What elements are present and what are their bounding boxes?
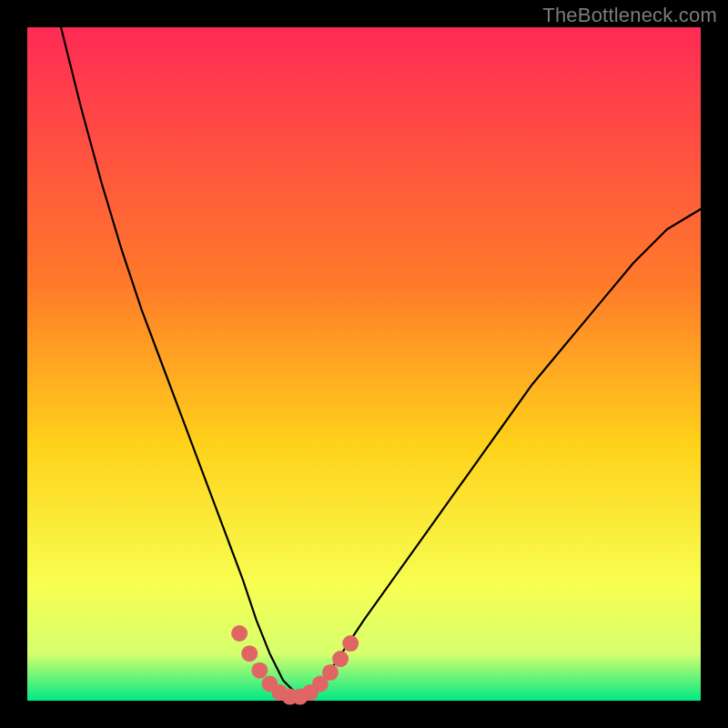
marker-dot bbox=[322, 664, 339, 681]
marker-dot bbox=[342, 635, 359, 652]
marker-dot bbox=[231, 625, 248, 642]
marker-dot bbox=[241, 645, 258, 662]
gradient-background bbox=[27, 27, 701, 701]
figure-container: TheBottleneck.com bbox=[0, 0, 728, 728]
marker-dot bbox=[332, 651, 349, 667]
bottleneck-chart bbox=[0, 0, 728, 728]
marker-dot bbox=[251, 662, 268, 679]
